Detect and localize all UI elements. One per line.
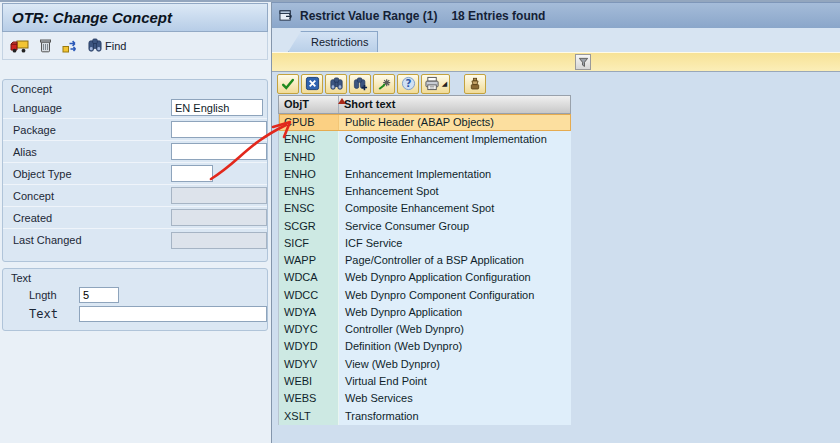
concept-field bbox=[171, 187, 267, 204]
continue-check-button[interactable] bbox=[277, 74, 299, 94]
personal-value-list-button[interactable] bbox=[464, 74, 486, 94]
table-row-ENHD[interactable]: ENHD bbox=[279, 149, 571, 166]
language-label: Language bbox=[3, 102, 62, 114]
text-field-row: Text bbox=[29, 306, 267, 322]
table-row-SCGR[interactable]: SCGRService Consumer Group bbox=[279, 218, 571, 235]
dialog-title: Restrict Value Range (1) bbox=[300, 9, 437, 23]
objt-cell: WDYD bbox=[279, 338, 339, 355]
table-row-XSLT[interactable]: XSLTTransformation bbox=[279, 408, 571, 425]
objt-cell: ENSC bbox=[279, 200, 339, 217]
short-text-cell: Page/Controller of a BSP Application bbox=[339, 252, 571, 269]
column-header-objt[interactable]: ObjT bbox=[279, 96, 339, 113]
short-text-cell: ICF Service bbox=[339, 235, 571, 252]
length-field-row: Lngth bbox=[29, 287, 267, 303]
table-row-ENHS[interactable]: ENHSEnhancement Spot bbox=[279, 183, 571, 200]
text-groupbox-title: Text bbox=[3, 269, 267, 286]
length-field[interactable] bbox=[79, 287, 119, 303]
objt-cell: ENHD bbox=[279, 149, 339, 166]
language-field[interactable] bbox=[171, 99, 263, 116]
insert-in-personal-list-icon bbox=[377, 77, 392, 91]
left-toolbar: Find bbox=[2, 32, 268, 60]
table-row-WDCA[interactable]: WDCAWeb Dynpro Application Configuration bbox=[279, 269, 571, 286]
tab-restrictions[interactable]: Restrictions bbox=[288, 31, 378, 52]
table-row-WDYC[interactable]: WDYCController (Web Dynpro) bbox=[279, 321, 571, 338]
table-body: CPUBPublic Header (ABAP Objects)ENHCComp… bbox=[278, 114, 571, 425]
short-text-cell bbox=[339, 149, 571, 166]
table-row-WDCC[interactable]: WDCCWeb Dynpro Component Configuration bbox=[279, 287, 571, 304]
delete-button[interactable] bbox=[38, 38, 53, 53]
table-row-WDYA[interactable]: WDYAWeb Dynpro Application bbox=[279, 304, 571, 321]
text-field[interactable] bbox=[79, 306, 267, 322]
concept-fields: LanguagePackageAliasObject TypeConceptCr… bbox=[3, 97, 267, 251]
concept-groupbox-title: Concept bbox=[3, 80, 267, 97]
print-with-menu-button[interactable]: ◢ bbox=[421, 74, 450, 94]
short-text-cell: Enhancement Spot bbox=[339, 183, 571, 200]
transport-truck-icon bbox=[10, 39, 29, 53]
short-text-cell: Controller (Web Dynpro) bbox=[339, 321, 571, 338]
table-row-ENHO[interactable]: ENHOEnhancement Implementation bbox=[279, 166, 571, 183]
find-binoculars-button[interactable] bbox=[325, 74, 347, 94]
objt-cell: ENHS bbox=[279, 183, 339, 200]
table-row-ENHC[interactable]: ENHCComposite Enhancement Implementation bbox=[279, 131, 571, 148]
object-type-label: Object Type bbox=[3, 168, 72, 180]
dialog-tabstrip: Restrictions bbox=[272, 28, 840, 52]
alias-label: Alias bbox=[3, 146, 37, 158]
filter-funnel-button[interactable] bbox=[575, 54, 591, 70]
find-button-label: Find bbox=[105, 40, 126, 52]
short-text-cell: Service Consumer Group bbox=[339, 218, 571, 235]
alias-field[interactable] bbox=[171, 143, 267, 160]
entries-found-text: 18 Entries found bbox=[451, 9, 545, 23]
table-row-ENSC[interactable]: ENSCComposite Enhancement Spot bbox=[279, 200, 571, 217]
package-label: Package bbox=[3, 124, 56, 136]
package-field[interactable] bbox=[171, 121, 267, 138]
table-row-WEBS[interactable]: WEBSWeb Services bbox=[279, 390, 571, 407]
svg-text:?: ? bbox=[405, 77, 411, 89]
object-type-field[interactable] bbox=[171, 165, 213, 182]
find-next-binoculars-plus-button[interactable] bbox=[349, 74, 371, 94]
short-text-cell: Transformation bbox=[339, 408, 571, 425]
table-row-SICF[interactable]: SICFICF Service bbox=[279, 235, 571, 252]
short-text-cell: Web Dynpro Application Configuration bbox=[339, 269, 571, 286]
last-changed-field bbox=[171, 232, 267, 249]
dialog-window-icon bbox=[279, 9, 294, 22]
personal-value-list-icon bbox=[468, 77, 482, 91]
binoculars-icon bbox=[87, 38, 103, 53]
restrict-value-range-dialog: Restrict Value Range (1) 18 Entries foun… bbox=[271, 2, 840, 443]
filter-funnel-icon bbox=[578, 57, 589, 68]
objt-cell: SCGR bbox=[279, 218, 339, 235]
objt-cell: WDYC bbox=[279, 321, 339, 338]
short-text-cell: Public Header (ABAP Objects) bbox=[339, 114, 571, 131]
created-label: Created bbox=[3, 212, 52, 224]
column-header-short-text[interactable]: Short text bbox=[339, 96, 570, 113]
field-row-object-type: Object Type bbox=[3, 163, 267, 185]
field-row-created: Created bbox=[3, 207, 267, 229]
insert-in-personal-list-button[interactable] bbox=[373, 74, 395, 94]
move-arrows-icon bbox=[62, 38, 78, 53]
find-button[interactable]: Find bbox=[87, 38, 126, 53]
close-x-button[interactable] bbox=[301, 74, 323, 94]
table-row-CPUB[interactable]: CPUBPublic Header (ABAP Objects) bbox=[279, 114, 571, 131]
transport-button[interactable] bbox=[10, 39, 29, 53]
field-row-last-changed: Last Changed bbox=[3, 229, 267, 251]
table-row-WDYV[interactable]: WDYVView (Web Dynpro) bbox=[279, 356, 571, 373]
value-help-table: ObjT Short text CPUBPublic Header (ABAP … bbox=[278, 95, 571, 425]
find-binoculars-icon bbox=[329, 77, 344, 91]
created-field bbox=[171, 209, 267, 226]
help-question-button[interactable]: ? bbox=[397, 74, 419, 94]
objt-cell: WDYV bbox=[279, 356, 339, 373]
text-groupbox: Text Lngth Text bbox=[2, 268, 268, 331]
table-row-WEBI[interactable]: WEBIVirtual End Point bbox=[279, 373, 571, 390]
short-text-cell: Web Services bbox=[339, 390, 571, 407]
objt-cell: WDYA bbox=[279, 304, 339, 321]
table-row-WAPP[interactable]: WAPPPage/Controller of a BSP Application bbox=[279, 252, 571, 269]
objt-cell: XSLT bbox=[279, 408, 339, 425]
objt-cell: ENHC bbox=[279, 131, 339, 148]
continue-check-icon bbox=[280, 77, 296, 91]
dialog-toolbar: ?◢ bbox=[272, 72, 840, 95]
table-row-WDYD[interactable]: WDYDDefinition (Web Dynpro) bbox=[279, 338, 571, 355]
length-label: Lngth bbox=[29, 289, 73, 301]
last-changed-label: Last Changed bbox=[3, 234, 82, 246]
move-concept-button[interactable] bbox=[62, 38, 78, 53]
objt-cell: WDCC bbox=[279, 287, 339, 304]
concept-groupbox: Concept LanguagePackageAliasObject TypeC… bbox=[2, 79, 268, 262]
